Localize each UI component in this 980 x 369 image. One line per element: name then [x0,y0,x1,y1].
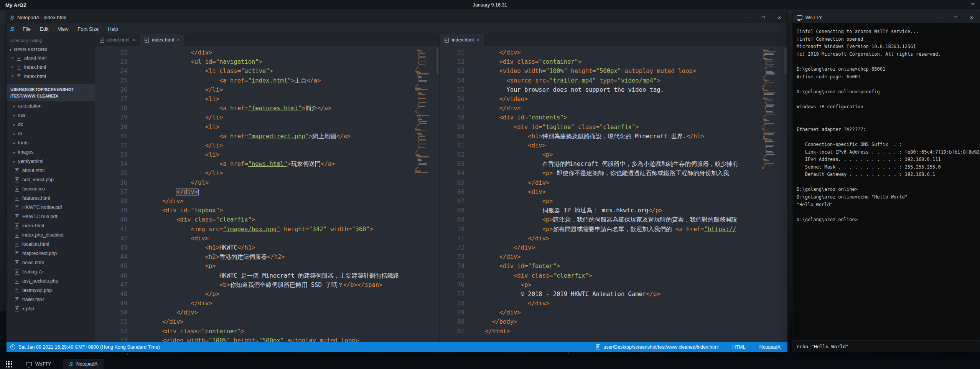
hamburger-menu-icon[interactable]: ≡ [971,2,980,8]
tree-file-item[interactable]: x.php [7,304,95,313]
code-line[interactable]: <li> [133,94,413,104]
open-editor-item[interactable]: ×index.html [7,63,95,72]
code-line[interactable]: <p> [471,197,761,206]
tree-folder-item[interactable]: ▸dl [7,129,95,138]
code-line[interactable]: </div> [471,234,761,243]
code-line[interactable]: <h1>HKWTC</h1> [133,243,413,252]
code-line[interactable]: </div> [133,299,413,308]
code-line[interactable]: <div> [471,141,761,150]
code-line[interactable]: </div> [471,48,761,57]
code-line[interactable]: </div> [133,317,413,326]
editor-body[interactable]: 5152535455565758596061626364656667686970… [440,46,787,342]
tree-folder-item[interactable]: ▸yamlyamlml [7,157,95,166]
status-file-path[interactable]: user/Desktop/screenshot/test/www cleaned… [596,344,718,350]
code-editor[interactable]: </div> <div class="container"> <video wi… [471,46,761,342]
code-line[interactable]: </li> [133,169,413,178]
maximize-button[interactable]: □ [947,12,964,23]
tree-folder-item[interactable]: ▸fonts [7,138,95,147]
code-line[interactable]: <ul id="navigation"> [133,57,413,66]
tree-file-item[interactable]: index.php_disabled [7,230,95,240]
code-line[interactable]: </li> [133,85,413,94]
close-icon[interactable]: × [11,65,14,69]
tree-file-item[interactable]: test_sockets.php [7,276,95,286]
code-line[interactable]: Your browser does not support the video … [471,85,761,94]
minimap[interactable] [413,46,436,342]
code-line[interactable]: <div id="tagline" class="clearfix"> [471,122,761,132]
code-line[interactable]: <div class="clearfix"> [133,215,413,224]
code-line[interactable]: <h2>香港的建築伺服器</h2> [133,252,413,261]
code-line[interactable]: HKWTC 是一個 Minecraft 的建築伺服器，主要建築計劃包括鐵路 [133,271,413,280]
code-line[interactable]: <li class="active"> [133,66,413,76]
menu-font-size[interactable]: Font Size [73,25,103,33]
tab-close-icon[interactable]: × [477,38,479,42]
code-line[interactable]: <div id="topbox"> [133,206,413,215]
code-line[interactable]: </p> [133,290,413,299]
code-line[interactable]: <li> [133,150,413,159]
maximize-button[interactable]: □ [755,12,771,23]
language-mode-selector[interactable]: HTML [732,344,745,350]
code-line[interactable]: <div> [133,234,413,243]
code-line[interactable]: <video width="100%" height="500px" autop… [471,66,761,76]
tree-file-item[interactable]: trailer.mp4 [7,295,95,304]
tree-folder-item[interactable]: ▸images [7,147,95,157]
tree-folder-item[interactable]: ▸dc [7,120,95,129]
code-line[interactable]: </li> [133,141,413,150]
code-line[interactable]: </li> [133,113,413,122]
code-line[interactable]: </div> [133,187,413,197]
code-line[interactable]: <div id="contents"> [471,113,761,122]
tree-folder-item[interactable]: ▸css [7,111,95,120]
notepad-title-bar[interactable]: S NotepadA - index.html — □ × [7,12,787,23]
close-icon[interactable]: × [11,74,14,79]
open-editor-item[interactable]: ×about.html [7,53,95,63]
close-button[interactable]: × [964,12,980,23]
tree-file-item[interactable]: favicon.ico [7,184,95,194]
code-line[interactable]: </div> [471,308,761,317]
code-line[interactable]: <div class="clearfix"> [471,271,761,280]
workspace-folder-header[interactable]: USER/DESKTOP/SCREENSHOT /TEST/WWW CLEANE… [7,84,95,101]
code-line[interactable]: <p> [471,150,761,159]
minimize-button[interactable]: — [931,12,947,23]
code-line[interactable]: <p> 即使你不是建築師，你也能透過紅石師或鐵路工程師的身份加入我 [471,169,761,178]
code-line[interactable]: <a href="mapredirect.php">網上地圖</a> [133,132,413,141]
scrollbar[interactable] [784,46,787,342]
tree-file-item[interactable]: news.html [7,258,95,267]
code-line[interactable]: <p> [133,261,413,271]
code-line[interactable]: </div> [471,299,761,308]
terminal-output[interactable]: [info] Conencting to arozos WsTTY servic… [793,23,980,341]
code-line[interactable]: <p>請注意，我們的伺服器為確保玩家及遊玩時的質素，我們對的服務開設 [471,215,761,224]
tree-file-item[interactable]: features.html [7,194,95,203]
close-button[interactable]: × [771,12,787,23]
tab-close-icon[interactable]: × [132,38,135,42]
code-line[interactable]: <a href="index.html">主頁</a> [133,76,413,85]
code-editor[interactable]: </div> <ul id="navigation"> <li class="a… [133,46,413,342]
minimap[interactable] [761,46,784,342]
code-line[interactable]: 伺服器 IP 地址為： mcs.hkwtc.org</p> [471,206,761,215]
tab-about.html[interactable]: about.html× [95,34,140,46]
code-line[interactable]: <a href="features.html">簡介</a> [133,104,413,113]
menu-view[interactable]: View [53,25,73,33]
terminal-input[interactable]: echo "Hello World" [793,341,980,352]
tree-file-item[interactable]: HKWTC rule.pdf [7,212,95,221]
tree-file-item[interactable]: index.html [7,221,95,230]
code-line[interactable]: <div id="footer"> [471,261,761,271]
code-line[interactable]: <b>你知道我們全線伺服器已轉用 SSD 了嗎？</b></span> [133,280,413,290]
code-line[interactable]: <div> [471,187,761,197]
tree-file-item[interactable]: testmysql.php [7,286,95,295]
editor-body[interactable]: 2223242526272829303132333435363738394041… [95,46,440,342]
code-line[interactable]: </div> [133,197,413,206]
code-line[interactable]: </div> [133,308,413,317]
code-line[interactable]: <div class="container"> [133,327,413,336]
menu-help[interactable]: Help [103,25,123,33]
tree-file-item[interactable]: about.html [7,166,95,175]
code-line[interactable]: </div> [471,178,761,187]
code-line[interactable]: </div> [471,104,761,113]
tree-file-item[interactable]: location.html [7,240,95,249]
start-menu-button[interactable] [3,359,15,369]
code-line[interactable]: </ul> [133,178,413,187]
close-icon[interactable]: × [11,56,14,60]
taskbar-item-wstty[interactable]: WsTTY [20,359,58,369]
wstty-title-bar[interactable]: WsTTY — □ × [793,12,980,23]
code-line[interactable]: <div class="container"> [471,57,761,66]
code-line[interactable]: </body> [471,317,761,326]
tree-file-item[interactable]: HKWTC notice.pdf [7,203,95,212]
